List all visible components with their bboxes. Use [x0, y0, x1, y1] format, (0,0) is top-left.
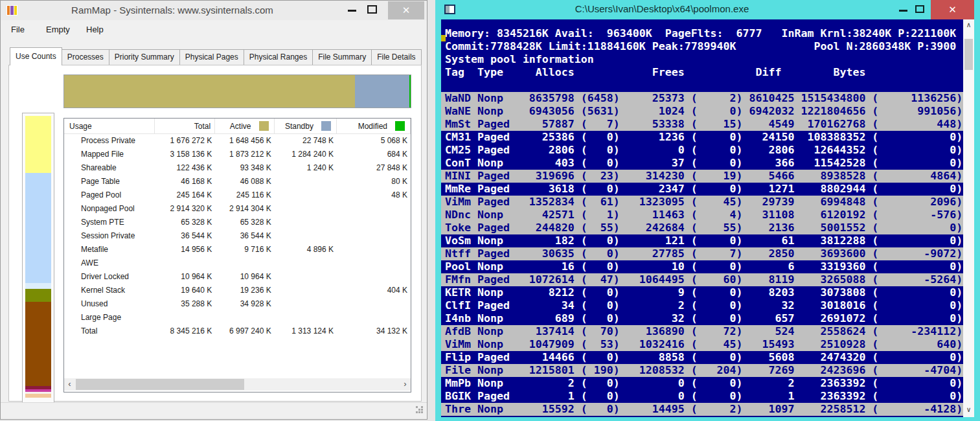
cell-modified: [337, 311, 411, 324]
scroll-right-icon[interactable]: ›: [400, 378, 411, 391]
memory-strip: [25, 116, 51, 400]
cell-active: 245 116 K: [215, 188, 274, 202]
table-row[interactable]: Metafile14 956 K9 716 K4 896 K: [64, 243, 411, 256]
modified-legend-swatch: [395, 121, 405, 131]
maximize-icon[interactable]: [367, 5, 377, 14]
cell-standby: 22 748 K: [275, 134, 337, 148]
table-row[interactable]: Session Private36 544 K36 544 K: [64, 229, 411, 243]
horizontal-scrollbar[interactable]: ‹ ›: [64, 378, 411, 391]
table-row[interactable]: AWE: [64, 256, 411, 270]
cell-active: 65 328 K: [215, 216, 274, 229]
cell-active: 46 088 K: [215, 175, 274, 188]
console-text: Memory: 8345216K Avail: 963400K PageFlts…: [441, 27, 963, 416]
cell-usage: AWE: [64, 256, 155, 270]
close-icon[interactable]: ✕: [931, 0, 974, 19]
resize-grip-icon[interactable]: [416, 406, 418, 408]
column-header-standby[interactable]: Standby: [275, 119, 337, 133]
active-legend-swatch: [259, 121, 269, 131]
menu-item-help[interactable]: Help: [82, 23, 108, 36]
pool-row-vimm: ViMm Nonp 1047909 ( 53) 1032416 ( 45) 15…: [441, 338, 963, 351]
cell-active: [215, 311, 274, 324]
pool-row-thre: Thre Nonp 15592 ( 0) 14495 ( 2) 1097 225…: [441, 403, 963, 416]
cell-total: 19 640 K: [155, 284, 215, 297]
usage-table-header: UsageTotalActiveStandbyModified: [64, 119, 411, 134]
cell-standby: 1 284 240 K: [275, 148, 337, 161]
vertical-scrollbar[interactable]: ∧ ∨: [963, 19, 974, 417]
table-row[interactable]: Process Private1 676 272 K1 648 456 K22 …: [64, 134, 411, 148]
cell-standby: 1 240 K: [275, 161, 337, 175]
column-label: Modified: [337, 122, 391, 131]
rammap-window: RamMap - Sysinternals: www.sysinternals.…: [0, 0, 427, 420]
poolmon-titlebar[interactable]: C:\Users\Ivan\Desktop\x64\poolmon.exe ✕: [435, 0, 980, 19]
pool-row-mmre: MmRe Paged 3618 ( 0) 2347 ( 0) 1271 8802…: [441, 183, 963, 196]
tab-use-counts[interactable]: Use Counts: [10, 47, 62, 65]
cell-usage: Kernel Stack: [64, 284, 155, 297]
table-row[interactable]: Mapped File3 158 136 K1 873 212 K1 284 2…: [64, 148, 411, 161]
column-label: Total: [155, 122, 214, 131]
cell-standby: 4 896 K: [275, 243, 337, 256]
tab-file-summary[interactable]: File Summary: [312, 49, 372, 65]
usage-bar-active: [64, 75, 355, 108]
scrollbar-thumb[interactable]: [964, 39, 973, 70]
table-row[interactable]: Paged Pool245 164 K245 116 K48 K: [64, 188, 411, 202]
cell-active: 1 873 212 K: [215, 148, 274, 161]
column-label: Standby: [275, 122, 317, 131]
scrollbar-thumb[interactable]: [76, 379, 244, 390]
table-row[interactable]: Page Table46 168 K46 088 K80 K: [64, 175, 411, 188]
scroll-left-icon[interactable]: ‹: [64, 378, 75, 391]
column-header-total[interactable]: Total: [155, 119, 215, 133]
cell-standby: [275, 270, 337, 284]
table-row[interactable]: System PTE65 328 K65 328 K: [64, 216, 411, 229]
scroll-up-icon[interactable]: ∧: [963, 19, 974, 32]
table-row[interactable]: Shareable122 436 K93 348 K1 240 K27 848 …: [64, 161, 411, 175]
cell-standby: [275, 202, 337, 216]
minimize-icon[interactable]: [348, 10, 356, 12]
console-header-line: System pool information: [441, 53, 963, 66]
usage-stacked-bar: [63, 74, 411, 108]
table-row[interactable]: Kernel Stack19 640 K19 236 K404 K: [64, 284, 411, 297]
pool-row-ntff: Ntff Paged 30635 ( 0) 27785 ( 7) 2850 36…: [441, 247, 963, 260]
cell-total: 1 676 272 K: [155, 134, 215, 148]
table-row[interactable]: Nonpaged Pool2 914 320 K2 914 304 K: [64, 202, 411, 216]
cell-modified: [337, 216, 411, 229]
table-row[interactable]: Large Page: [64, 311, 411, 324]
pool-row-cm25: CM25 Paged 2806 ( 0) 0 ( 0) 2806 1264435…: [441, 144, 963, 157]
cell-modified: 34 132 K: [337, 324, 411, 338]
close-icon[interactable]: ✕: [388, 1, 424, 19]
rammap-titlebar[interactable]: RamMap - Sysinternals: www.sysinternals.…: [1, 1, 427, 20]
cell-active: 2 914 304 K: [215, 202, 274, 216]
pool-row-clfi: ClfI Paged 34 ( 0) 2 ( 0) 32 3018016 ( 0…: [441, 299, 963, 312]
cell-standby: [275, 284, 337, 297]
console-cursor-mark: [441, 35, 446, 41]
minimize-icon[interactable]: [899, 10, 907, 12]
cell-active: 1 648 456 K: [215, 134, 274, 148]
tab-priority-summary[interactable]: Priority Summary: [109, 49, 180, 65]
maximize-icon[interactable]: [915, 5, 924, 13]
memory-strip-segment: [25, 302, 51, 386]
cell-active: 10 964 K: [215, 270, 274, 284]
table-row[interactable]: Total8 345 216 K6 997 240 K1 313 124 K34…: [64, 324, 411, 338]
cell-modified: [337, 202, 411, 216]
cell-usage: Large Page: [64, 311, 155, 324]
usage-table: UsageTotalActiveStandbyModified Process …: [63, 118, 411, 393]
menu-item-empty[interactable]: Empty: [42, 23, 74, 36]
cell-total: [155, 311, 215, 324]
menu-item-file[interactable]: File: [7, 23, 28, 36]
tab-physical-ranges[interactable]: Physical Ranges: [244, 49, 313, 65]
rammap-window-title: RamMap - Sysinternals: www.sysinternals.…: [1, 5, 344, 16]
column-header-usage[interactable]: Usage: [64, 119, 155, 133]
tab-physical-pages[interactable]: Physical Pages: [179, 49, 244, 65]
scroll-down-icon[interactable]: ∨: [963, 404, 974, 417]
table-row[interactable]: Unused35 288 K34 928 K: [64, 297, 411, 311]
memory-strip-segment: [25, 173, 51, 283]
tab-file-details[interactable]: File Details: [371, 49, 421, 65]
column-header-active[interactable]: Active: [215, 119, 274, 133]
rammap-menubar: FileEmptyHelp: [1, 21, 427, 38]
cell-modified: 404 K: [337, 284, 411, 297]
column-header-modified[interactable]: Modified: [337, 119, 411, 133]
cell-total: 3 158 136 K: [155, 148, 215, 161]
tab-processes[interactable]: Processes: [62, 49, 109, 65]
table-row[interactable]: Driver Locked10 964 K10 964 K: [64, 270, 411, 284]
rammap-tab-strip: Use CountsProcessesPriority SummaryPhysi…: [10, 49, 421, 65]
cell-standby: [275, 216, 337, 229]
